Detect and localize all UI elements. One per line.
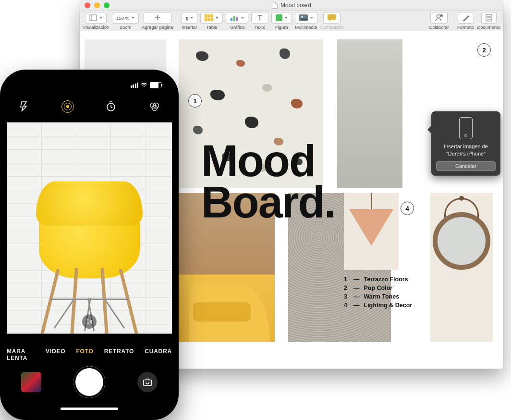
zoom-pill[interactable]: 1x <box>82 314 97 329</box>
titlebar: Mood board <box>80 0 503 11</box>
svg-rect-0 <box>90 15 97 21</box>
iphone-glyph-icon <box>459 117 473 139</box>
svg-point-12 <box>301 16 303 18</box>
image-lamp[interactable] <box>344 193 399 270</box>
image-mirror[interactable] <box>430 193 493 342</box>
status-bar <box>7 80 172 90</box>
home-indicator[interactable] <box>61 408 118 410</box>
mode-portrait[interactable]: RETRATO <box>104 348 134 359</box>
toolbar-view[interactable]: Visualización <box>83 12 109 30</box>
toolbar-add-page[interactable]: Agregar página <box>142 12 173 30</box>
toolbar-chart[interactable]: Gráfica <box>226 12 248 30</box>
toolbar-media[interactable]: Multimedia <box>295 12 317 30</box>
mode-video[interactable]: VIDEO <box>46 348 65 359</box>
callout-2: 2 <box>477 43 491 57</box>
svg-rect-10 <box>236 17 238 21</box>
image-concrete[interactable] <box>337 39 402 188</box>
timer-icon[interactable] <box>104 100 118 113</box>
svg-rect-13 <box>328 14 336 20</box>
window-title: Mood board <box>280 2 311 9</box>
last-photo-thumbnail[interactable] <box>21 372 41 392</box>
camera-bottom-controls <box>7 365 172 399</box>
document-icon <box>272 2 278 9</box>
mode-photo[interactable]: FOTO <box>76 348 93 359</box>
wifi-icon <box>141 82 147 88</box>
callout-4: 4 <box>401 202 414 215</box>
live-photo-icon[interactable] <box>61 100 74 113</box>
flash-icon[interactable] <box>17 100 31 113</box>
cell-signal-icon <box>131 83 139 88</box>
popover-label: Insertar imagen de "Derek's iPhone" <box>436 143 496 157</box>
page-title: Mood Board. <box>201 140 335 223</box>
svg-point-17 <box>463 20 464 21</box>
svg-rect-9 <box>233 16 235 21</box>
iphone-device: 1x MARA LENTA VIDEO FOTO RETRATO CUADRA <box>0 70 179 420</box>
svg-rect-26 <box>144 380 152 385</box>
continuity-camera-popover: Insertar imagen de "Derek's iPhone" Canc… <box>431 111 500 176</box>
svg-rect-8 <box>231 18 232 21</box>
toolbar-shape[interactable]: Figura <box>271 12 292 30</box>
toolbar-collaborate[interactable]: + Colaborar <box>429 12 449 30</box>
svg-text:+: + <box>441 15 442 18</box>
camera-top-controls <box>7 96 172 118</box>
toolbar: Visualización 150 % Zoom Agregar página … <box>80 11 503 33</box>
toolbar-text[interactable]: T Texto <box>251 12 268 30</box>
battery-icon <box>150 82 161 88</box>
flip-camera-button[interactable] <box>137 372 158 392</box>
mode-square[interactable]: CUADRA <box>145 348 172 359</box>
subject-chair <box>39 211 140 278</box>
camera-modes[interactable]: MARA LENTA VIDEO FOTO RETRATO CUADRA <box>7 348 172 359</box>
popover-cancel-button[interactable]: Cancelar <box>436 161 496 171</box>
toolbar-document[interactable]: Documento <box>477 12 500 30</box>
callout-1: 1 <box>188 94 202 108</box>
svg-point-14 <box>437 15 440 18</box>
legend: 1—Terrazzo Floors 2—Pop Color 3—Warm Ton… <box>344 276 412 311</box>
mode-slow[interactable]: MARA LENTA <box>7 348 35 359</box>
toolbar-format[interactable]: Formato <box>457 12 474 30</box>
shutter-button[interactable] <box>73 366 105 398</box>
toolbar-table[interactable]: Tabla <box>200 12 223 30</box>
toolbar-zoom[interactable]: 150 % Zoom <box>112 12 139 30</box>
filters-icon[interactable] <box>148 100 161 113</box>
toolbar-comment[interactable]: Comentario <box>320 12 344 30</box>
camera-viewfinder[interactable]: 1x <box>7 122 172 334</box>
toolbar-insert[interactable]: ¶ Insertar <box>181 12 197 30</box>
